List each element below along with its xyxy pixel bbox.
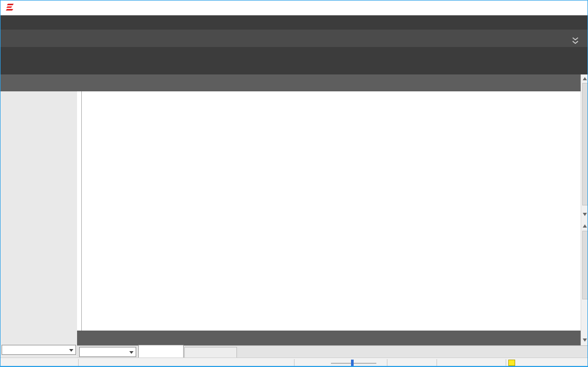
status-bar	[1, 357, 588, 367]
resource-panel	[1, 74, 77, 357]
gantt-scroll-thumb[interactable]	[582, 83, 588, 205]
chart-scroll-up-icon[interactable]	[583, 224, 587, 228]
menu-bar	[1, 15, 588, 30]
title-bar	[1, 1, 588, 15]
timeline-footer	[77, 331, 581, 345]
tab-materialeoversigt[interactable]	[184, 347, 237, 358]
filter-panel	[1, 47, 588, 74]
app-logo-icon	[6, 4, 15, 14]
gantt-view-combobox[interactable]	[79, 347, 136, 357]
vertical-scrollbar[interactable]	[581, 74, 588, 357]
zoom-slider-thumb[interactable]	[351, 360, 354, 366]
main-toolbar	[1, 30, 588, 47]
panel-corner	[1, 74, 77, 91]
toolbar-overflow-button[interactable]	[568, 34, 583, 49]
gantt-canvas	[81, 91, 578, 331]
gantt-scroll-down-icon[interactable]	[583, 213, 587, 216]
chart-scroll-down-icon[interactable]	[583, 338, 587, 342]
view-combobox[interactable]	[2, 345, 76, 355]
tab-materiale-view[interactable]	[138, 345, 184, 358]
bottom-tab-strip	[77, 345, 588, 357]
robex-window	[0, 0, 588, 367]
status-indicator-icon	[508, 360, 515, 366]
zoom-slider-track[interactable]	[331, 363, 376, 364]
timeline-header	[77, 74, 581, 91]
chart-scroll-thumb[interactable]	[582, 231, 588, 299]
gantt-scroll-up-icon[interactable]	[583, 77, 587, 80]
